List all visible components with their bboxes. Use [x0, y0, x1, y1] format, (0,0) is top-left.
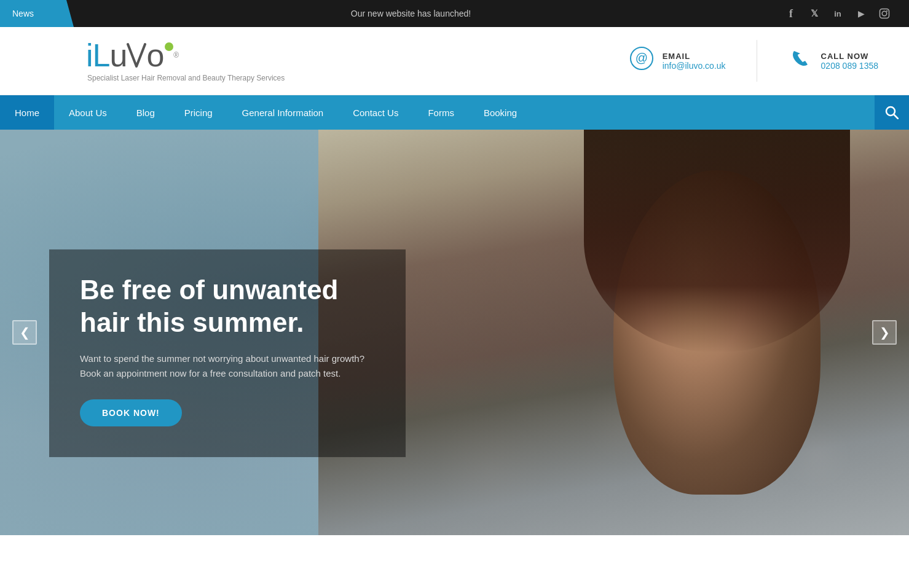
- phone-label: CALL NOW: [821, 52, 878, 61]
- nav-pricing[interactable]: Pricing: [170, 95, 227, 130]
- email-label: EMAIL: [663, 52, 726, 61]
- search-button[interactable]: [875, 95, 909, 130]
- svg-text:@: @: [635, 51, 647, 65]
- nav-contact-us[interactable]: Contact Us: [338, 95, 413, 130]
- svg-line-6: [894, 115, 899, 119]
- hero-content-box: Be free of unwanted hair this summer. Wa…: [49, 249, 406, 457]
- nav-blog[interactable]: Blog: [122, 95, 170, 130]
- hero-next-button[interactable]: ❯: [872, 320, 897, 345]
- logo-letter-v: [127, 39, 146, 71]
- hero-prev-button[interactable]: ❮: [12, 320, 37, 345]
- main-navigation: Home About Us Blog Pricing General Infor…: [0, 95, 909, 130]
- logo-letter-i: i: [86, 39, 93, 71]
- nav-about-us[interactable]: About Us: [54, 95, 122, 130]
- svg-point-1: [882, 11, 887, 16]
- top-bar: News Our new website has launched! f 𝕏 i…: [0, 0, 909, 27]
- logo-letter-u: u: [109, 39, 127, 71]
- linkedin-icon[interactable]: in: [832, 7, 844, 20]
- logo-letter-o: o: [146, 39, 163, 71]
- instagram-icon[interactable]: [878, 7, 891, 20]
- phone-value[interactable]: 0208 089 1358: [821, 61, 878, 71]
- hero-person-area: [318, 130, 909, 535]
- news-label: News: [12, 9, 34, 18]
- nav-forms[interactable]: Forms: [413, 95, 469, 130]
- logo[interactable]: i L u o ®: [86, 39, 599, 71]
- announcement-text: Our new website has launched!: [37, 9, 785, 18]
- twitter-icon[interactable]: 𝕏: [808, 7, 820, 20]
- email-icon: @: [629, 46, 654, 76]
- logo-area: i L u o ® Specialist Laser Hair Removal …: [0, 39, 599, 82]
- hero-subtitle: Want to spend the summer not worrying ab…: [80, 351, 375, 381]
- email-value[interactable]: info@iluvo.co.uk: [663, 61, 726, 71]
- svg-point-2: [886, 10, 887, 12]
- phone-icon: [788, 46, 813, 76]
- contact-info: @ EMAIL info@iluvo.co.uk CALL NOW 0208 0…: [599, 40, 909, 82]
- phone-contact: CALL NOW 0208 089 1358: [757, 40, 909, 82]
- site-header: i L u o ® Specialist Laser Hair Removal …: [0, 27, 909, 95]
- facebook-icon[interactable]: f: [785, 7, 797, 20]
- news-tab[interactable]: News: [0, 0, 74, 27]
- email-contact: @ EMAIL info@iluvo.co.uk: [599, 40, 757, 82]
- nav-general-information[interactable]: General Information: [227, 95, 339, 130]
- book-now-button[interactable]: BOOK NOW!: [80, 399, 182, 426]
- logo-letter-L: L: [93, 39, 110, 71]
- logo-dot: [165, 42, 173, 51]
- logo-registered: ®: [173, 52, 178, 59]
- nav-booking[interactable]: Booking: [469, 95, 532, 130]
- logo-tagline: Specialist Laser Hair Removal and Beauty…: [86, 74, 599, 82]
- youtube-icon[interactable]: ▶: [855, 7, 867, 20]
- nav-home[interactable]: Home: [0, 95, 54, 130]
- social-links: f 𝕏 in ▶: [785, 7, 909, 20]
- svg-rect-0: [880, 9, 889, 18]
- hero-title: Be free of unwanted hair this summer.: [80, 274, 375, 339]
- hero-section: Be free of unwanted hair this summer. Wa…: [0, 130, 909, 535]
